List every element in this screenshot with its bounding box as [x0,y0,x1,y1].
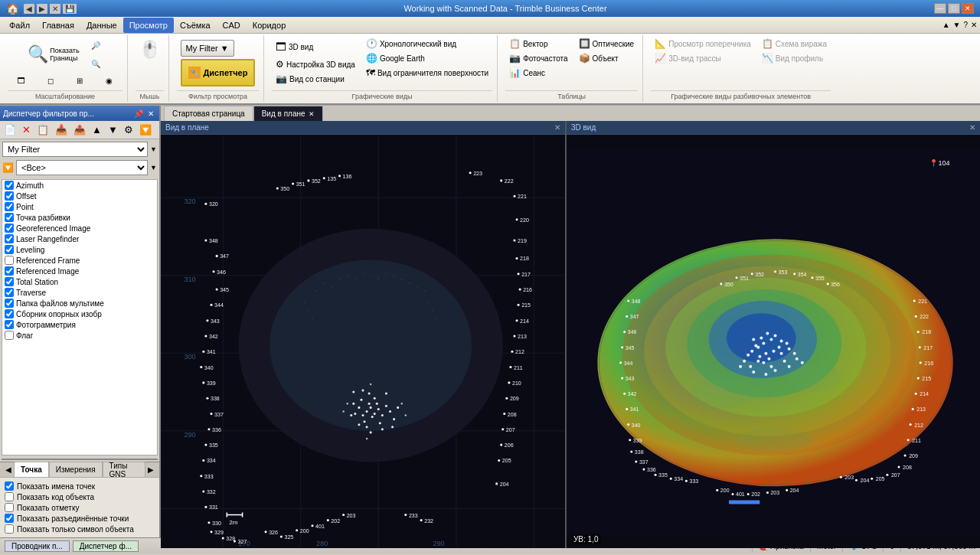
filter-select[interactable]: My Filter [2,142,148,157]
check-azimuth[interactable]: Azimuth [2,180,157,191]
filter-dropdown-arrow[interactable]: ▼ [150,145,157,153]
svg-point-143 [513,335,515,337]
tab-measurements[interactable]: Измерения [49,462,103,477]
panel-import-btn[interactable]: 📥 [53,122,70,137]
view-station-btn[interactable]: 📷Вид со станции [272,72,359,86]
category-select[interactable]: <Все> [16,160,148,175]
view-3d-close[interactable]: ✕ [969,123,975,132]
check-ref-frame[interactable]: Referenced Frame [2,255,157,266]
check-ref-collection[interactable]: Сборник опорных изобр [2,309,157,319]
svg-point-202 [690,378,752,409]
svg-point-105 [204,444,207,446]
cb-show-disconnected[interactable]: Показать разъединённые точки [3,513,156,524]
check-multi-folder[interactable]: Папка файлов мультиме [2,298,157,309]
zoom-tool2[interactable]: 🗖 [8,73,35,88]
bottom-right-panel[interactable]: Диспетчер ф... [73,540,139,552]
svg-text:347: 347 [630,314,639,319]
doc-tab-start[interactable]: Стартовая страница [164,106,253,121]
check-photogrammetry[interactable]: Фотограмметрия [2,319,157,330]
panel-close-btn[interactable]: ✕ [145,108,156,119]
cb-show-symbol-only[interactable]: Показать только символ объекта [3,524,156,534]
view-3d-track-btn[interactable]: 📈3D-вид трассы [651,51,755,65]
panel-delete-btn[interactable]: ✕ [20,122,33,137]
point-canvas-3d[interactable]: 221 222 218 217 216 215 21 [567,135,980,548]
zoom-tool3[interactable]: ◻ [37,73,64,88]
check-total-station[interactable]: Total Station [2,276,157,287]
view-3d-btn[interactable]: 🗖 3D вид [272,37,359,57]
panel-export-btn[interactable]: 📤 [71,122,88,137]
cb-show-names[interactable]: Показать имена точек [3,481,156,491]
zoom-out-btn[interactable]: 🔍 [85,55,106,72]
my-filter-dropdown[interactable]: My Filter ▼ [181,40,234,57]
tab-point[interactable]: Точка [14,462,49,477]
menu-data[interactable]: Данные [80,18,123,33]
svg-point-171 [327,519,329,521]
svg-point-228 [756,360,760,363]
menu-survey[interactable]: Съёмка [174,18,217,33]
phototemp-btn[interactable]: 📷Фоточастота [505,51,571,65]
svg-point-204 [737,429,814,452]
google-earth-btn[interactable]: 🌐Google Earth [362,51,492,65]
nav-right[interactable]: ▶ [145,465,156,475]
menu-view[interactable]: Просмотр [123,18,174,33]
svg-text:310: 310 [184,276,195,283]
menu-cad[interactable]: CAD [217,18,247,33]
cross-section-btn[interactable]: 📐Просмотр поперечника [651,37,755,51]
chrono-view-btn[interactable]: 🕐Хронологический вид [362,37,492,51]
profile-view-btn[interactable]: 📉Вид профиль [758,51,831,65]
check-laser[interactable]: Laser Rangefinder [2,233,157,244]
panel-new-btn[interactable]: 📄 [2,122,18,137]
panel-copy-btn[interactable]: 📋 [34,122,51,137]
doc-tab-plan[interactable]: Вид в плане ✕ [253,106,323,121]
check-geo-image[interactable]: Georeferenced Image [2,223,157,233]
optical-btn[interactable]: 🔲Оптические [575,37,639,51]
panel-down-btn[interactable]: ▼ [106,122,120,137]
view-3d-settings-btn[interactable]: ⚙Настройка 3D вида [272,57,359,71]
panel-settings-btn[interactable]: ⚙ [122,122,136,137]
point-canvas-2d[interactable]: 320 310 300 290 270 280 290 [161,135,565,548]
bottom-left-panel[interactable]: Проводник п... [5,540,70,552]
window-controls[interactable]: — □ ✕ [934,3,974,14]
tab-plan-close[interactable]: ✕ [309,110,315,118]
close-btn[interactable]: ✕ [962,3,974,14]
session-btn[interactable]: 📊Сеанс [505,66,571,80]
view-3d[interactable]: 3D вид ✕ [567,121,980,548]
panel-pin-btn[interactable]: 📌 [133,108,144,119]
svg-point-137 [519,289,521,291]
minimize-btn[interactable]: — [934,3,946,14]
check-leveling[interactable]: Leveling [2,244,157,255]
svg-text:208: 208 [508,412,517,418]
check-flag[interactable]: Флаг [2,330,157,341]
check-point[interactable]: Point [2,201,157,212]
vector-btn[interactable]: 📋Вектор [505,37,571,51]
tab-gns-types[interactable]: Типы GNS [103,462,145,477]
panel-up-btn[interactable]: ▲ [90,122,104,137]
cant-diagram-btn[interactable]: 📋Схема виража [758,37,831,51]
category-dropdown-arrow[interactable]: ▼ [150,164,157,171]
surface-limit-btn[interactable]: 🗺Вид ограничителя поверхности [362,66,492,80]
check-traverse[interactable]: Traverse [2,287,157,298]
show-bounds-btn[interactable]: 🔍 ПоказатьГраницы [24,43,83,66]
check-offset[interactable]: Offset [2,191,157,201]
zoom-tool5[interactable]: ◉ [95,73,122,88]
object-btn[interactable]: 📦Объект [575,51,639,65]
cb-show-code[interactable]: Показать код объекта [3,491,156,502]
zoom-tool4[interactable]: ⊞ [66,73,93,88]
dispatcher-btn[interactable]: 🔧 Диспетчер [181,59,256,87]
maximize-btn[interactable]: □ [948,3,960,14]
zoom-in-btn[interactable]: 🔎 [85,37,106,54]
cb-show-elevation[interactable]: Показать отметку [3,502,156,513]
view-2d-close[interactable]: ✕ [554,123,560,132]
menu-home[interactable]: Главная [36,18,80,33]
view-2d[interactable]: Вид в плане ✕ [161,121,567,548]
nav-left[interactable]: ◀ [3,465,14,475]
mouse-btn[interactable]: 🖱️ [136,37,164,63]
svg-point-185 [323,177,325,179]
svg-point-187 [338,175,341,177]
svg-point-280 [621,377,623,380]
svg-point-319 [731,493,733,495]
menu-corridor[interactable]: Коридор [247,18,292,33]
menu-file[interactable]: Файл [3,18,36,33]
check-point-razb[interactable]: Точка разбивки [2,212,157,223]
check-ref-image[interactable]: Referenced Image [2,266,157,276]
